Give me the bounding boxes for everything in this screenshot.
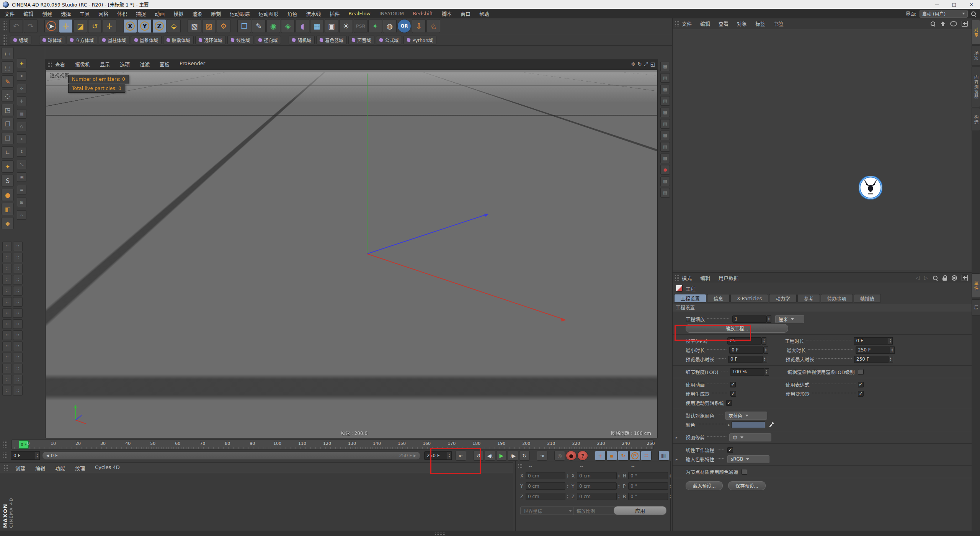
menu-渲染[interactable]: 渲染 — [192, 10, 202, 17]
left-dock-mode-icon[interactable]: ∴ — [17, 210, 26, 220]
start-frame-field[interactable]: 0 F — [11, 451, 35, 460]
side-tab-层[interactable]: 层 — [972, 299, 980, 315]
tab-参考[interactable]: 参考 — [797, 294, 820, 302]
spline-pen-button[interactable]: ✎ — [252, 19, 266, 33]
end-frame-field[interactable]: 250 F — [424, 451, 447, 460]
z-axis-lock[interactable]: Z — [152, 19, 166, 33]
view-clipping-dropdown[interactable]: 中 — [729, 433, 771, 441]
left-dock-mode-icon[interactable]: ➤ — [17, 71, 26, 81]
default-object-color-dropdown[interactable]: 灰蓝色 — [725, 412, 767, 420]
material-menu-Cycles 4D[interactable]: Cycles 4D — [95, 464, 120, 472]
palette-icon[interactable]: ▤ — [660, 62, 670, 71]
viewport-menu-选项[interactable]: 选项 — [120, 60, 130, 68]
viewport-menu-摄像机[interactable]: 摄像机 — [75, 60, 90, 68]
om-menu-对象[interactable]: 对象 — [737, 20, 747, 27]
live-selection-tool[interactable]: ➤ — [44, 19, 58, 33]
left-dock-small-icon[interactable]: ∷ — [2, 375, 12, 384]
left-dock-small-icon[interactable]: ∷ — [13, 353, 23, 362]
record-active-objects-button[interactable]: ● — [566, 451, 577, 461]
light-button[interactable]: ☀ — [339, 19, 353, 33]
menu-RealFlow[interactable]: RealFlow — [348, 11, 371, 16]
field-button-径向域[interactable]: 径向域 — [255, 36, 281, 44]
palette-icon[interactable]: ▤ — [660, 85, 670, 94]
project-time-field[interactable]: 0 F — [854, 337, 888, 345]
go-to-start-button[interactable]: ⇤ — [456, 451, 466, 461]
color-swatch[interactable] — [732, 422, 765, 428]
qr-button[interactable]: QR — [397, 19, 411, 33]
use-motion-system-checkbox[interactable]: ✓ — [726, 400, 732, 406]
eyedropper-icon[interactable] — [768, 422, 774, 427]
search-icon[interactable] — [971, 11, 976, 16]
coordinate-field[interactable]: 0 cm — [526, 472, 565, 479]
menu-选择[interactable]: 选择 — [61, 10, 71, 17]
coordinate-field[interactable]: 0 cm — [577, 493, 617, 500]
left-dock-icon[interactable]: ∟ — [2, 146, 14, 159]
left-dock-small-icon[interactable]: ∷ — [13, 386, 23, 395]
zoom-view-icon[interactable]: ⤢ — [644, 61, 648, 67]
left-dock-icon[interactable]: ◧ — [2, 203, 14, 215]
left-dock-small-icon[interactable]: ∷ — [2, 286, 12, 296]
left-dock-icon[interactable]: ◌ — [2, 90, 14, 102]
play-loop-button[interactable]: ↻ — [519, 451, 530, 461]
menu-模拟[interactable]: 模拟 — [173, 10, 183, 17]
om-menu-书签[interactable]: 书签 — [774, 20, 784, 27]
key-position-toggle[interactable]: + — [595, 451, 606, 461]
palette-icon[interactable]: ▤ — [660, 96, 670, 106]
menu-Redshift[interactable]: Redshift — [413, 11, 433, 16]
side-tab-属性[interactable]: 属性 — [972, 273, 980, 298]
material-menu-功能[interactable]: 功能 — [55, 464, 65, 472]
field-button-声音域[interactable]: 声音域 — [348, 36, 374, 44]
use-generators-checkbox[interactable]: ✓ — [730, 391, 736, 397]
tab-动力学[interactable]: 动力学 — [769, 294, 797, 302]
timeline-ruler[interactable]: 0 F 010203040506070809010011012013014015… — [11, 440, 654, 449]
field-button-远环体域[interactable]: 远环体域 — [195, 36, 226, 44]
add-icon[interactable] — [962, 21, 968, 27]
menu-脚本[interactable]: 脚本 — [442, 10, 452, 17]
preview-max-field[interactable]: 250 F — [854, 356, 889, 363]
material-menu-纹理[interactable]: 纹理 — [75, 464, 85, 472]
om-menu-标签[interactable]: 标签 — [755, 20, 765, 27]
am-menu-用户数据[interactable]: 用户数据 — [719, 274, 738, 281]
left-dock-small-icon[interactable]: ∷ — [13, 297, 23, 307]
left-dock-small-icon[interactable]: ∷ — [13, 364, 23, 373]
menu-插件[interactable]: 插件 — [330, 10, 340, 17]
palette-icon[interactable]: ▤ — [660, 142, 670, 152]
save-preset-button[interactable]: 保存预设... — [728, 481, 765, 490]
left-dock-small-icon[interactable]: ∷ — [13, 319, 23, 329]
om-menu-查看[interactable]: 查看 — [719, 20, 728, 27]
field-button-圆锥体域[interactable]: 圆锥体域 — [131, 36, 162, 44]
tab-信息[interactable]: 信息 — [707, 294, 730, 302]
preview-min-field[interactable]: 0 F — [728, 356, 763, 363]
viewport-menu-显示[interactable]: 显示 — [100, 60, 110, 68]
left-dock-small-icon[interactable]: ∷ — [13, 342, 23, 351]
palette-icon[interactable]: ▤ — [660, 131, 670, 140]
redo-icon[interactable]: ↷ — [24, 19, 38, 33]
left-dock-small-icon[interactable]: ∷ — [13, 286, 23, 296]
left-dock-small-icon[interactable]: ∷ — [2, 342, 12, 351]
unit-dropdown[interactable]: 厘米 — [775, 315, 804, 323]
key-parameter-toggle[interactable]: P — [629, 451, 640, 461]
recent-tool[interactable]: ✛ — [103, 19, 116, 33]
history-back-icon[interactable]: ◁ — [916, 275, 920, 281]
play-sound-button[interactable]: ◎ — [554, 451, 565, 461]
tab-帧插值[interactable]: 帧插值 — [854, 294, 881, 302]
material-menu-创建[interactable]: 创建 — [15, 464, 25, 472]
deformer-button[interactable]: ◖ — [296, 19, 309, 33]
palette-icon[interactable]: ▤ — [660, 188, 670, 198]
left-dock-icon[interactable]: ⬚ — [2, 61, 14, 74]
field-button-随机域[interactable]: 随机域 — [289, 36, 315, 44]
autokey-button[interactable]: ▥ — [658, 451, 669, 461]
am-menu-模式[interactable]: 模式 — [682, 274, 692, 281]
left-dock-small-icon[interactable]: ∷ — [2, 308, 12, 318]
sky-button[interactable]: ◍ — [383, 19, 397, 33]
menu-体积[interactable]: 体积 — [117, 10, 127, 17]
timeline-grip[interactable] — [3, 440, 8, 448]
left-dock-small-icon[interactable]: ∷ — [13, 308, 23, 318]
coordinate-field[interactable]: 0 ° — [628, 482, 668, 490]
scale-tool[interactable]: ◪ — [74, 19, 87, 33]
material-menu-编辑[interactable]: 编辑 — [35, 464, 45, 472]
render-view-button[interactable]: ▧ — [188, 19, 201, 33]
viewport-menu-查看[interactable]: 查看 — [55, 60, 65, 68]
camera-button[interactable]: ▣ — [325, 19, 338, 33]
left-dock-icon[interactable]: ⬚ — [2, 47, 14, 59]
